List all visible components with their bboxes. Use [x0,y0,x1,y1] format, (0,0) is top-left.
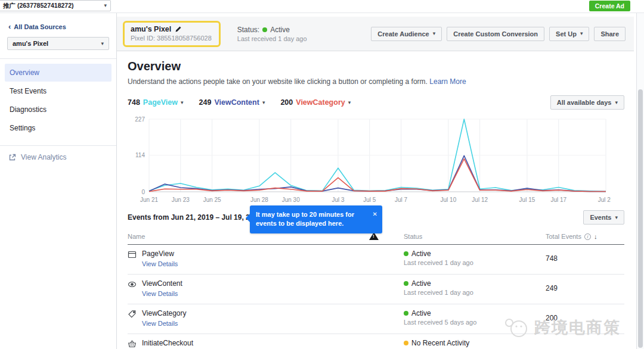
external-link-icon [8,154,16,161]
pixel-name: amu's Pixel [131,25,171,33]
pageview-count: 748 [128,98,140,107]
create-ad-button[interactable]: Create Ad [589,1,630,11]
chevron-down-icon: ▾ [615,100,618,105]
info-icon[interactable]: i [584,233,591,240]
pixel-info-highlight: amu's Pixel Pixel ID: 385518058756028 [123,21,221,47]
status-dot [404,311,408,316]
svg-text:Jul 12: Jul 12 [472,197,488,203]
svg-text:Jul 20: Jul 20 [598,197,611,203]
status-dot [262,27,267,32]
event-total: 748 [546,250,624,263]
events-table: Name Status Total Events i ↓ [128,233,624,349]
create-audience-button[interactable]: Create Audience ▾ [371,27,442,41]
svg-text:227: 227 [135,116,145,123]
legend-viewcategory-dropdown[interactable]: 200 ViewCategory ▾ [280,98,351,107]
event-status: No Recent Activity [411,339,469,347]
viewcategory-count: 200 [280,98,293,107]
view-details-link[interactable]: View Details [142,320,178,327]
events-line-chart: Jun 21Jun 23Jun 25Jun 28Jun 30Jul 3Jul 5… [128,113,624,207]
overview-content: Overview Understand the actions people t… [117,51,634,349]
view-details-link[interactable]: View Details [142,290,178,297]
create-custom-conversion-button[interactable]: Create Custom Conversion [447,27,544,41]
event-status: Active [411,250,431,258]
sidebar-item-diagnostics[interactable]: Diagnostics [5,101,112,119]
ad-account-label: 推广 (263778527418272) [3,2,74,10]
close-icon[interactable]: ✕ [373,210,377,219]
create-custom-conversion-label: Create Custom Conversion [453,30,538,38]
events-filter-label: Events [590,214,611,221]
events-filter-button[interactable]: Events ▾ [583,210,624,225]
sidebar-item-overview[interactable]: Overview [5,64,112,82]
total-events-label: Total Events [546,233,581,240]
event-total: 200 [546,309,624,322]
sidebar-nav: Overview Test Events Diagnostics Setting… [0,59,116,137]
tooltip-arrow [246,214,250,222]
column-header-total-events[interactable]: Total Events i ↓ [546,233,624,240]
learn-more-link[interactable]: Learn More [429,77,466,86]
table-row: ViewCategory View Details Active Last re… [128,304,624,334]
table-row: ViewContent View Details Active Last rec… [128,275,624,304]
chevron-down-icon: ▾ [615,215,618,220]
date-range-label: All available days [557,99,612,106]
legend-pageview-dropdown[interactable]: 748 PageView ▾ [128,98,184,107]
event-last-received: Last received 1 day ago [404,259,546,266]
svg-text:Jun 23: Jun 23 [172,197,190,203]
set-up-button[interactable]: Set Up ▾ [549,27,589,41]
pageview-label: PageView [143,98,178,107]
basket-icon [128,339,137,348]
pixel-selector-dropdown[interactable]: amu's Pixel ▾ [7,37,109,50]
event-name: ViewContent [142,279,182,288]
all-data-sources-label: All Data Sources [14,23,66,30]
events-manager-page: 推广 (263778527418272) ▾ Create Ad ‹ All D… [0,0,644,349]
event-status: Active [411,309,431,317]
svg-text:114: 114 [135,152,145,158]
svg-text:Jun 25: Jun 25 [203,197,221,203]
svg-text:Jun 30: Jun 30 [282,197,300,203]
chevron-down-icon: ▾ [348,100,351,105]
svg-text:Jul 10: Jul 10 [441,197,457,203]
viewcategory-label: ViewCategory [296,98,345,107]
status-dot [404,251,408,256]
main-panel: amu's Pixel Pixel ID: 385518058756028 St… [117,13,634,349]
event-name: PageView [142,250,178,258]
delay-tooltip: It may take up to 20 minutes for events … [250,205,382,233]
view-details-link[interactable]: View Details [142,260,178,267]
view-analytics-link[interactable]: View Analytics [0,146,116,169]
sort-descending-icon[interactable]: ↓ [594,233,597,240]
edit-pencil-icon[interactable] [175,26,182,33]
sidebar-item-test-events[interactable]: Test Events [5,82,112,100]
pixel-id: Pixel ID: 385518058756028 [131,35,212,42]
svg-text:Jul 3: Jul 3 [332,197,345,203]
status-dot [404,281,408,286]
share-button[interactable]: Share [594,27,626,41]
svg-text:Jul 7: Jul 7 [395,197,408,203]
svg-text:Jul 5: Jul 5 [363,197,376,203]
eye-icon [128,280,137,289]
legend-viewcontent-dropdown[interactable]: 249 ViewContent ▾ [199,98,265,107]
event-last-received: Last received 1 day ago [404,289,546,296]
event-status: Active [411,279,431,288]
date-range-button[interactable]: All available days ▾ [550,95,624,110]
pixel-status-block: Status: Active Last received 1 day ago [237,26,307,42]
all-data-sources-link[interactable]: ‹ All Data Sources [0,23,116,30]
page-description: Understand the actions people take on yo… [128,77,428,86]
warning-icon [369,232,379,240]
sidebar-item-settings[interactable]: Settings [5,119,112,137]
event-total: 249 [546,279,624,292]
svg-text:Jul 17: Jul 17 [550,197,566,203]
column-header-status[interactable]: Status [404,233,546,240]
column-header-name[interactable]: Name [128,233,404,240]
table-row: InitiateCheckout View Details No Recent … [128,334,624,349]
top-bar: 推广 (263778527418272) ▾ Create Ad [0,0,644,13]
svg-text:Jul 15: Jul 15 [519,197,535,203]
share-label: Share [600,30,619,38]
chevron-down-icon: ▾ [433,31,436,36]
scrollbar-thumb[interactable] [638,89,643,348]
event-last-received: Last received 5 days ago [404,319,546,326]
line-chart-svg: Jun 21Jun 23Jun 25Jun 28Jun 30Jul 3Jul 5… [128,113,611,204]
vertical-scrollbar[interactable] [636,13,644,349]
viewcontent-label: ViewContent [214,98,259,107]
ad-account-selector[interactable]: 推广 (263778527418272) ▾ [0,0,111,11]
event-name: InitiateCheckout [142,339,193,347]
svg-text:Jun 21: Jun 21 [140,197,158,203]
